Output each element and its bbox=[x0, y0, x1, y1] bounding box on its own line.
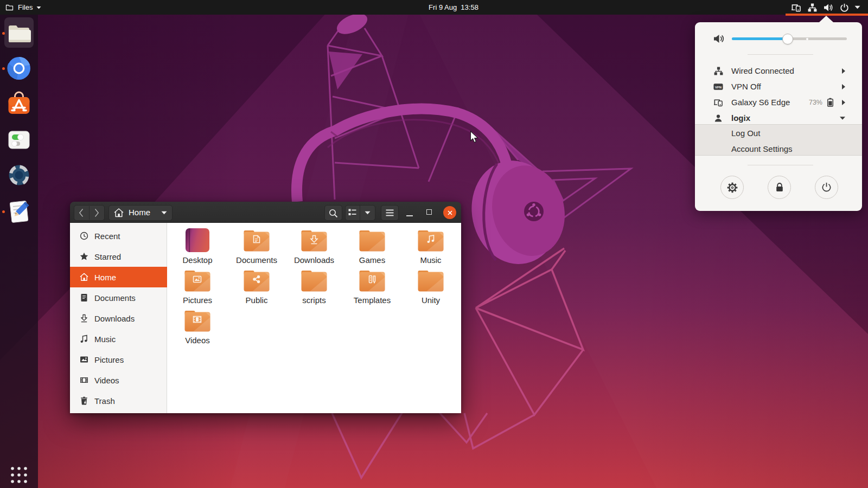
svg-text:VPN: VPN bbox=[715, 85, 722, 88]
